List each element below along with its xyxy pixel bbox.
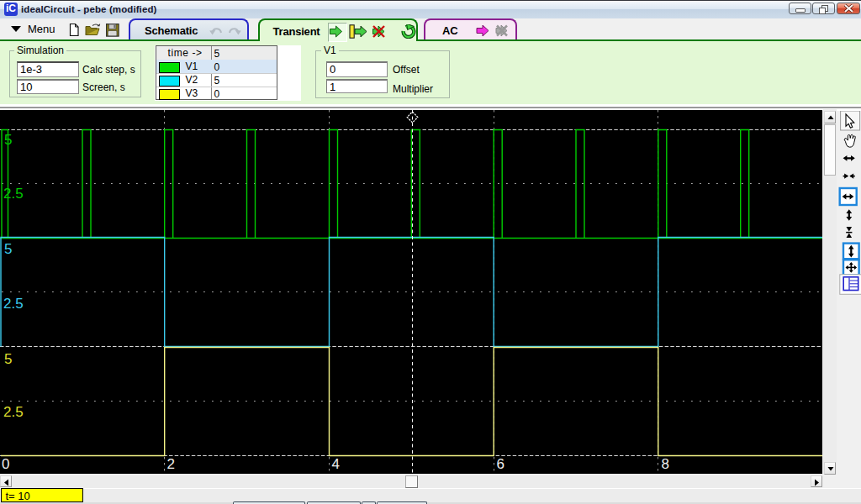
- svg-text:6: 6: [497, 456, 504, 472]
- svg-text:2.5: 2.5: [3, 296, 24, 312]
- svg-text:2.5: 2.5: [3, 404, 24, 420]
- svg-text:8: 8: [662, 456, 669, 472]
- svg-text:2.5: 2.5: [3, 186, 24, 202]
- svg-text:5: 5: [4, 351, 12, 367]
- svg-text:5: 5: [4, 241, 12, 257]
- svg-text:4: 4: [332, 456, 340, 472]
- svg-text:5: 5: [4, 132, 12, 148]
- svg-text:0: 0: [2, 456, 9, 472]
- svg-text:2: 2: [167, 456, 175, 472]
